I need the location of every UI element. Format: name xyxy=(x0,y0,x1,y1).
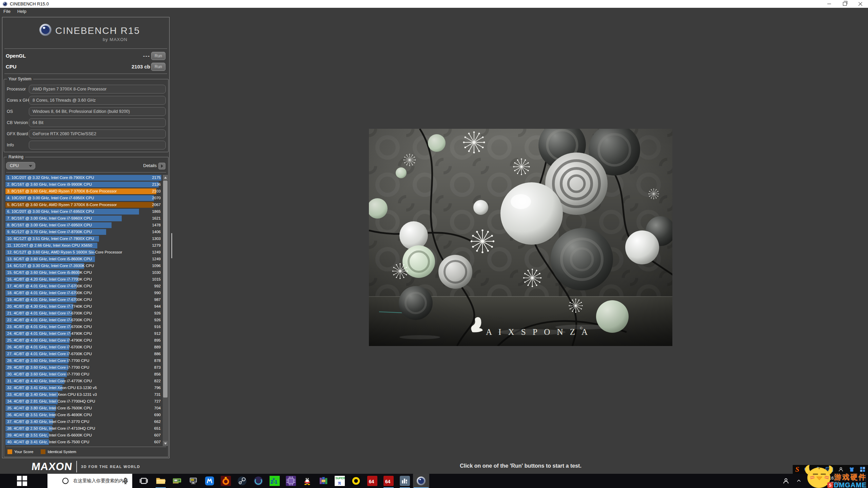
chinese-mode-icon[interactable]: 中 xyxy=(804,465,810,473)
field-value-box[interactable]: GeForce RTX 2080 Ti/PCIe/SSE2 xyxy=(29,129,166,138)
file-explorer-taskbar-icon[interactable] xyxy=(153,474,169,488)
ranking-row[interactable]: 8. 8C/16T @ 3.00 GHz, Intel Core i7-6950… xyxy=(5,222,161,228)
ranking-row[interactable]: 24. 4C/8T @ 4.01 GHz, Intel Core i7-4790… xyxy=(5,331,161,337)
qq-taskbar-icon[interactable] xyxy=(299,474,315,488)
clock[interactable]: 16:43 2019/7/28 xyxy=(821,475,840,486)
ranking-row[interactable]: 30. 4C/8T @ 3.60 GHz, Intel Core i7-7700… xyxy=(5,371,161,377)
ranking-row[interactable]: 36. 4C/4T @ 3.51 GHz, Intel Core i5-4690… xyxy=(5,412,161,418)
ranking-row[interactable]: 3. 8C/16T @ 3.60 GHz, AMD Ryzen 7 3700X … xyxy=(5,188,161,194)
ranking-row[interactable]: 7. 8C/16T @ 3.00 GHz, Intel Core i7-5960… xyxy=(5,216,161,221)
taskbar-apps: 992-1pSUPERπ6464 xyxy=(153,474,429,488)
ranking-row[interactable]: 37. 4C/8T @ 3.40 GHz, Intel Core i7-3770… xyxy=(5,419,161,425)
ranking-row[interactable]: 9. 6C/12T @ 3.70 GHz, Intel Core i7-8700… xyxy=(5,229,161,235)
field-value-box[interactable]: Windows 8, 64 Bit, Professional Edition … xyxy=(29,107,166,116)
cinebench-taskbar-icon[interactable] xyxy=(413,474,429,488)
scroll-up-button[interactable] xyxy=(163,175,168,180)
start-button[interactable] xyxy=(0,474,44,488)
ranking-row[interactable]: 25. 4C/8T @ 4.00 GHz, Intel Core i7-4790… xyxy=(5,338,161,343)
window-title: CINEBENCH R15.0 xyxy=(10,1,49,6)
your-system-legend: Your System xyxy=(7,77,33,81)
menu-help[interactable]: Help xyxy=(14,8,30,15)
ranking-filter-dropdown[interactable]: CPU xyxy=(6,162,35,169)
people-icon[interactable] xyxy=(782,477,790,485)
cpu-run-button[interactable]: Run xyxy=(151,63,165,71)
ranking-row[interactable]: 26. 4C/8T @ 4.01 GHz, Intel Core i7-6700… xyxy=(5,344,161,350)
ranking-row[interactable]: 31. 4C/8T @ 4.40 GHz, Intel Core i7-4770… xyxy=(5,378,161,384)
ranking-row[interactable]: 11. 12C/24T @ 2.66 GHz, Intel Xeon CPU X… xyxy=(5,243,161,248)
maxthon-taskbar-icon[interactable] xyxy=(201,474,218,488)
ranking-row[interactable]: 29. 4C/8T @ 3.60 GHz, Intel Core i7-7700… xyxy=(5,365,161,370)
ranking-row[interactable]: 28. 4C/8T @ 3.60 GHz, Intel Core i7-7700… xyxy=(5,358,161,364)
prime95-taskbar-icon[interactable]: 2-1p xyxy=(267,474,283,488)
winrar-taskbar-icon[interactable] xyxy=(315,474,332,488)
ranking-row[interactable]: 6. 10C/20T @ 3.00 GHz, Intel Core i7-695… xyxy=(5,209,161,215)
ranking-row[interactable]: 23. 4C/8T @ 4.01 GHz, Intel Core i7-6700… xyxy=(5,324,161,330)
sogou-person-icon[interactable] xyxy=(838,465,844,473)
svg-text:64: 64 xyxy=(385,479,391,484)
hidden-icons-chevron[interactable] xyxy=(795,477,803,485)
cinebench-app-icon xyxy=(2,1,7,6)
ranking-scrollbar[interactable] xyxy=(163,175,168,446)
benchmark-bars-taskbar-icon[interactable] xyxy=(397,474,413,488)
speaker-icon[interactable] xyxy=(808,477,816,485)
ranking-row[interactable]: 40. 4C/4T @ 3.41 GHz, Intel Core i5-7500… xyxy=(5,439,161,445)
fraps-taskbar-icon[interactable]: 99 xyxy=(185,474,201,488)
panel-resize-handle[interactable] xyxy=(171,233,172,258)
close-button[interactable] xyxy=(852,0,868,8)
sogou-s-icon[interactable]: S xyxy=(795,465,800,473)
ranking-row[interactable]: 10. 6C/12T @ 3.51 GHz, Intel Core i7-780… xyxy=(5,236,161,242)
aida64-taskbar-icon[interactable]: 64 xyxy=(364,474,380,488)
ranking-row[interactable]: 4. 10C/20T @ 3.00 GHz, Intel Core i7-695… xyxy=(5,195,161,201)
ranking-row[interactable]: 2. 8C/16T @ 3.60 GHz, Intel Core i9-9900… xyxy=(5,182,161,187)
field-value-box[interactable]: 64 Bit xyxy=(29,118,166,127)
gpu-z-taskbar-icon[interactable] xyxy=(169,474,185,488)
uplay-taskbar-icon[interactable] xyxy=(250,474,267,488)
sogou-grid-icon[interactable] xyxy=(860,465,865,473)
furmark-taskbar-icon[interactable] xyxy=(218,474,234,488)
ranking-row[interactable]: 21. 4C/8T @ 4.01 GHz, Intel Core i7-6700… xyxy=(5,310,161,316)
details-button[interactable] xyxy=(158,163,165,169)
ranking-row[interactable]: 18. 4C/8T @ 4.01 GHz, Intel Core i7-6700… xyxy=(5,290,161,296)
ranking-row[interactable]: 17. 4C/8T @ 4.01 GHz, Intel Core i7-6700… xyxy=(5,283,161,289)
ranking-row[interactable]: 13. 6C/6T @ 3.60 GHz, Intel Core i5-8600… xyxy=(5,256,161,262)
task-view-button[interactable] xyxy=(136,474,152,488)
sogou-keyboard-icon[interactable] xyxy=(826,465,833,473)
menu-file[interactable]: File xyxy=(0,8,14,15)
ranking-row[interactable]: 5. 8C/16T @ 3.60 GHz, AMD Ryzen 7 3700X … xyxy=(5,202,161,208)
ranking-row[interactable]: 27. 4C/8T @ 4.01 GHz, Intel Core i7-6700… xyxy=(5,351,161,357)
ranking-row[interactable]: 16. 4C/8T @ 4.20 GHz, Intel Core i7-7700… xyxy=(5,277,161,282)
ranking-row[interactable]: 39. 4C/4T @ 3.51 GHz, Intel Core i5-6600… xyxy=(5,432,161,438)
opengl-run-button[interactable]: Run xyxy=(151,52,165,60)
field-value-box[interactable]: AMD Ryzen 7 3700X 8-Core Processor xyxy=(29,85,166,94)
ranking-group: Ranking CPU Details 1. 10C/20T @ 3.32 GH… xyxy=(4,157,169,457)
ranking-row[interactable]: 19. 4C/8T @ 4.01 GHz, Intel Core i7-6700… xyxy=(5,297,161,303)
ranking-row[interactable]: 35. 4C/4T @ 3.80 GHz, Intel Core i5-7600… xyxy=(5,405,161,411)
ranking-row[interactable]: 33. 4C/8T @ 3.40 GHz, Intel Xeon CPU E3-… xyxy=(5,392,161,398)
microphone-icon[interactable] xyxy=(122,477,129,486)
ranking-row[interactable]: 22. 4C/8T @ 4.01 GHz, Intel Core i7-6700… xyxy=(5,317,161,323)
ranking-row[interactable]: 20. 4C/8T @ 4.30 GHz, Intel Core i7-7740… xyxy=(5,304,161,309)
show-desktop-button[interactable] xyxy=(866,474,868,488)
restore-button[interactable] xyxy=(837,0,852,8)
search-input[interactable]: 在这里输入你要搜索的内容 xyxy=(47,474,132,488)
aida64-extreme-taskbar-icon[interactable]: 64 xyxy=(380,474,397,488)
ranking-row[interactable]: 12. 6C/12T @ 3.60 GHz, AMD Ryzen 5 1600X… xyxy=(5,249,161,255)
ranking-row[interactable]: 32. 4C/8T @ 3.41 GHz, Intel Xeon CPU E3-… xyxy=(5,385,161,391)
minimize-button[interactable] xyxy=(821,0,837,8)
super-pi-taskbar-icon[interactable]: SUPERπ xyxy=(332,474,348,488)
ranking-row[interactable]: 15. 6C/6T @ 3.60 GHz, Intel Core i5-8600… xyxy=(5,270,161,276)
ranking-row[interactable]: 34. 4C/8T @ 2.81 GHz, Intel Core i7-7700… xyxy=(5,399,161,404)
restore-icon xyxy=(843,2,847,6)
3dmark-taskbar-icon[interactable] xyxy=(348,474,364,488)
steam-taskbar-icon[interactable] xyxy=(234,474,250,488)
field-value-box[interactable] xyxy=(29,141,166,149)
ranking-row[interactable]: 1. 10C/20T @ 3.32 GHz, Intel Core i9-790… xyxy=(5,175,161,181)
scrollbar-thumb[interactable] xyxy=(163,181,167,398)
scroll-down-button[interactable] xyxy=(163,441,168,446)
sogou-skin-icon[interactable] xyxy=(849,465,855,473)
field-value-box[interactable]: 8 Cores, 16 Threads @ 3.60 GHz xyxy=(29,96,166,105)
sogou-mic-icon[interactable] xyxy=(815,465,821,473)
ranking-row[interactable]: 14. 6C/12T @ 3.30 GHz, Intel Core i7-393… xyxy=(5,263,161,269)
cpu-z-taskbar-icon[interactable] xyxy=(283,474,299,488)
ranking-row[interactable]: 38. 4C/8T @ 2.50 GHz, Intel Core i7-4710… xyxy=(5,426,161,431)
